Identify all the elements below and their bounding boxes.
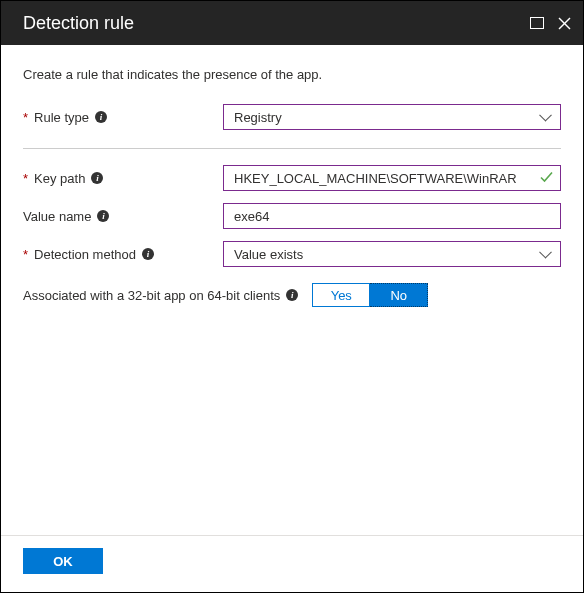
select-value: Registry	[234, 110, 282, 125]
toggle-no[interactable]: No	[370, 283, 428, 307]
label-text: Associated with a 32-bit app on 64-bit c…	[23, 288, 280, 303]
info-icon[interactable]: i	[97, 210, 109, 222]
close-icon[interactable]	[558, 17, 571, 30]
intro-text: Create a rule that indicates the presenc…	[23, 67, 561, 82]
dialog-header: Detection rule	[1, 1, 583, 45]
value-name-field	[223, 203, 561, 229]
associated-32bit-label: Associated with a 32-bit app on 64-bit c…	[23, 288, 298, 303]
header-actions	[530, 17, 571, 30]
info-icon[interactable]: i	[142, 248, 154, 260]
label-text: Detection method	[34, 247, 136, 262]
toggle-yes[interactable]: Yes	[312, 283, 370, 307]
svg-rect-0	[531, 18, 544, 29]
required-star: *	[23, 247, 28, 262]
required-star: *	[23, 110, 28, 125]
label-text: Rule type	[34, 110, 89, 125]
maximize-icon[interactable]	[530, 17, 544, 29]
detection-method-field: Value exists	[223, 241, 561, 267]
key-path-input[interactable]	[223, 165, 561, 191]
associated-32bit-row: Associated with a 32-bit app on 64-bit c…	[23, 283, 561, 307]
detection-method-label: * Detection method i	[23, 247, 223, 262]
dialog-title: Detection rule	[23, 13, 134, 34]
info-icon[interactable]: i	[91, 172, 103, 184]
key-path-field	[223, 165, 561, 191]
dialog-footer: OK	[1, 535, 583, 592]
dialog-body: Create a rule that indicates the presenc…	[1, 45, 583, 535]
value-name-row: Value name i	[23, 203, 561, 229]
detection-method-select[interactable]: Value exists	[223, 241, 561, 267]
label-text: Key path	[34, 171, 85, 186]
rule-type-field: Registry	[223, 104, 561, 130]
value-name-label: Value name i	[23, 209, 223, 224]
value-name-input[interactable]	[223, 203, 561, 229]
rule-type-row: * Rule type i Registry	[23, 104, 561, 130]
key-path-label: * Key path i	[23, 171, 223, 186]
select-value: Value exists	[234, 247, 303, 262]
rule-type-label: * Rule type i	[23, 110, 223, 125]
divider	[23, 148, 561, 149]
info-icon[interactable]: i	[95, 111, 107, 123]
info-icon[interactable]: i	[286, 289, 298, 301]
rule-type-select[interactable]: Registry	[223, 104, 561, 130]
detection-method-row: * Detection method i Value exists	[23, 241, 561, 267]
ok-button[interactable]: OK	[23, 548, 103, 574]
label-text: Value name	[23, 209, 91, 224]
required-star: *	[23, 171, 28, 186]
key-path-row: * Key path i	[23, 165, 561, 191]
yes-no-toggle: Yes No	[312, 283, 428, 307]
